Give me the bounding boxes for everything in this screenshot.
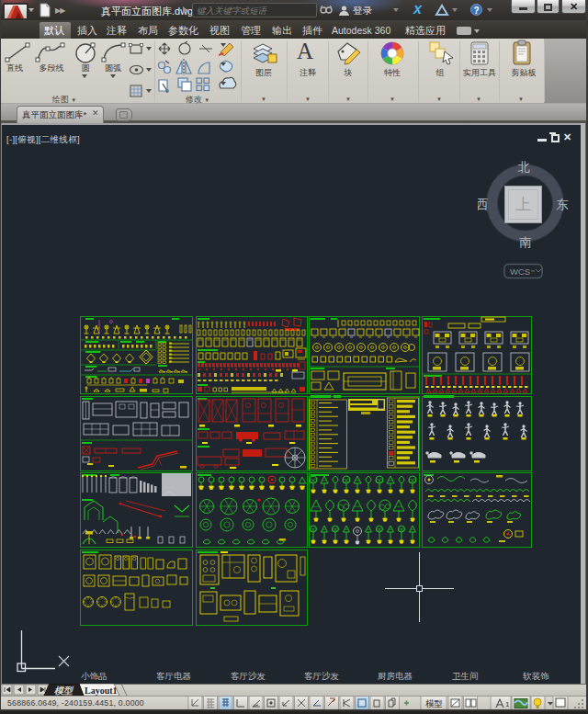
- svg-text:1: 1: [505, 700, 510, 708]
- svg-text:模型: 模型: [53, 686, 74, 696]
- svg-text:模型: 模型: [425, 698, 443, 708]
- svg-text:Layout1: Layout1: [85, 686, 118, 696]
